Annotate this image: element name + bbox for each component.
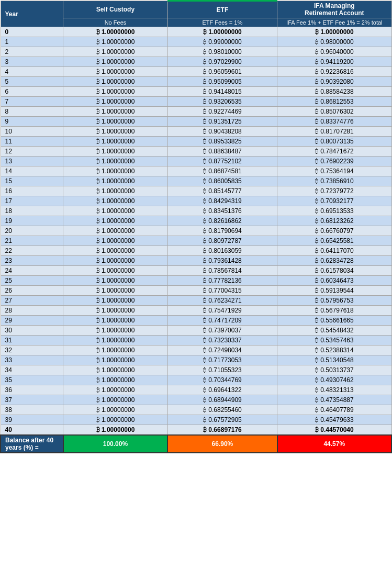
cell-year: 8 <box>1 107 63 117</box>
cell-year: 38 <box>1 405 63 415</box>
subheader-etf: ETF Fees = 1% <box>167 18 277 27</box>
cell-etf: ₿ 0.83451376 <box>167 206 277 216</box>
cell-ifa: ₿ 0.90392080 <box>277 77 391 87</box>
table-row: 20₿ 1.00000000₿ 0.81790694₿ 0.66760797 <box>1 226 391 236</box>
cell-ifa: ₿ 0.85076302 <box>277 107 391 117</box>
cell-etf: ₿ 0.99000000 <box>167 37 277 47</box>
cell-ifa: ₿ 0.96040000 <box>277 47 391 57</box>
cell-self: ₿ 1.00000000 <box>63 216 167 226</box>
table-row: 32₿ 1.00000000₿ 0.72498034₿ 0.52388314 <box>1 345 391 355</box>
cell-year: 5 <box>1 77 63 87</box>
cell-self: ₿ 1.00000000 <box>63 176 167 186</box>
cell-self: ₿ 1.00000000 <box>63 415 167 425</box>
cell-self: ₿ 1.00000000 <box>63 405 167 415</box>
cell-etf: ₿ 0.96059601 <box>167 67 277 77</box>
cell-year: 24 <box>1 266 63 276</box>
cell-ifa: ₿ 0.57956753 <box>277 296 391 306</box>
table-row: 30₿ 1.00000000₿ 0.73970037₿ 0.54548432 <box>1 326 391 336</box>
cell-year: 35 <box>1 375 63 385</box>
cell-etf: ₿ 0.86005835 <box>167 176 277 186</box>
table-row: 4₿ 1.00000000₿ 0.96059601₿ 0.92236816 <box>1 67 391 77</box>
cell-etf: ₿ 0.68944909 <box>167 395 277 405</box>
footer-label: Balance after 40 years (%) = <box>1 435 63 453</box>
table-row: 6₿ 1.00000000₿ 0.94148015₿ 0.88584238 <box>1 87 391 97</box>
cell-year: 40 <box>1 425 63 436</box>
cell-year: 16 <box>1 186 63 196</box>
table-row: 25₿ 1.00000000₿ 0.77782136₿ 0.60346473 <box>1 276 391 286</box>
cell-year: 13 <box>1 157 63 166</box>
cell-etf: ₿ 0.82616862 <box>167 216 277 226</box>
cell-ifa: ₿ 0.83374776 <box>277 117 391 127</box>
table-row: 5₿ 1.00000000₿ 0.95099005₿ 0.90392080 <box>1 77 391 87</box>
cell-self: ₿ 1.00000000 <box>63 256 167 266</box>
table-row: 3₿ 1.00000000₿ 0.97029900₿ 0.94119200 <box>1 57 391 67</box>
cell-etf: ₿ 0.70344769 <box>167 375 277 385</box>
cell-ifa: ₿ 0.94119200 <box>277 57 391 67</box>
cell-ifa: ₿ 0.54548432 <box>277 326 391 336</box>
cell-year: 2 <box>1 47 63 57</box>
cell-etf: ₿ 0.80972787 <box>167 236 277 246</box>
cell-year: 6 <box>1 87 63 97</box>
cell-self: ₿ 1.00000000 <box>63 27 167 37</box>
cell-self: ₿ 1.00000000 <box>63 107 167 117</box>
table-row: 34₿ 1.00000000₿ 0.71055323₿ 0.50313737 <box>1 365 391 375</box>
cell-year: 37 <box>1 395 63 405</box>
cell-ifa: ₿ 0.52388314 <box>277 345 391 355</box>
cell-ifa: ₿ 0.65425581 <box>277 236 391 246</box>
table-row: 36₿ 1.00000000₿ 0.69641322₿ 0.48321313 <box>1 385 391 395</box>
cell-self: ₿ 1.00000000 <box>63 67 167 77</box>
cell-etf: ₿ 0.73970037 <box>167 326 277 336</box>
cell-etf: ₿ 0.91351725 <box>167 117 277 127</box>
table-row: 38₿ 1.00000000₿ 0.68255460₿ 0.46407789 <box>1 405 391 415</box>
cell-etf: ₿ 0.72498034 <box>167 345 277 355</box>
cell-self: ₿ 1.00000000 <box>63 37 167 47</box>
cell-ifa: ₿ 0.51340548 <box>277 355 391 365</box>
header-etf: ETF <box>167 1 277 18</box>
cell-etf: ₿ 0.79361428 <box>167 256 277 266</box>
cell-ifa: ₿ 0.80073135 <box>277 137 391 147</box>
cell-year: 18 <box>1 206 63 216</box>
table-row: 40₿ 1.00000000₿ 0.66897176₿ 0.44570040 <box>1 425 391 436</box>
cell-etf: ₿ 0.86874581 <box>167 166 277 176</box>
cell-ifa: ₿ 0.86812553 <box>277 97 391 107</box>
cell-etf: ₿ 0.84294319 <box>167 196 277 206</box>
cell-etf: ₿ 0.71055323 <box>167 365 277 375</box>
table-row: 33₿ 1.00000000₿ 0.71773053₿ 0.51340548 <box>1 355 391 365</box>
cell-ifa: ₿ 0.48321313 <box>277 385 391 395</box>
cell-self: ₿ 1.00000000 <box>63 117 167 127</box>
table-row: 15₿ 1.00000000₿ 0.86005835₿ 0.73856910 <box>1 176 391 186</box>
table-row: 12₿ 1.00000000₿ 0.88638487₿ 0.78471672 <box>1 147 391 157</box>
table-row: 18₿ 1.00000000₿ 0.83451376₿ 0.69513533 <box>1 206 391 216</box>
cell-year: 23 <box>1 256 63 266</box>
cell-etf: ₿ 0.67572905 <box>167 415 277 425</box>
subheader-self: No Fees <box>63 18 167 27</box>
cell-ifa: ₿ 0.92236816 <box>277 67 391 77</box>
cell-self: ₿ 1.00000000 <box>63 137 167 147</box>
table-row: 13₿ 1.00000000₿ 0.87752102₿ 0.76902239 <box>1 157 391 166</box>
cell-year: 7 <box>1 97 63 107</box>
table-body: 0₿ 1.00000000₿ 1.00000000₿ 1.000000001₿ … <box>1 27 391 436</box>
table-row: 7₿ 1.00000000₿ 0.93206535₿ 0.86812553 <box>1 97 391 107</box>
cell-year: 34 <box>1 365 63 375</box>
cell-ifa: ₿ 0.64117070 <box>277 246 391 256</box>
footer-row: Balance after 40 years (%) = 100.00% 66.… <box>1 435 391 453</box>
header-year: Year <box>1 1 63 27</box>
cell-year: 26 <box>1 286 63 296</box>
cell-etf: ₿ 0.92274469 <box>167 107 277 117</box>
cell-self: ₿ 1.00000000 <box>63 226 167 236</box>
table-row: 27₿ 1.00000000₿ 0.76234271₿ 0.57956753 <box>1 296 391 306</box>
cell-etf: ₿ 0.75471929 <box>167 306 277 316</box>
cell-self: ₿ 1.00000000 <box>63 286 167 296</box>
cell-year: 36 <box>1 385 63 395</box>
table-row: 26₿ 1.00000000₿ 0.77004315₿ 0.59139544 <box>1 286 391 296</box>
cell-self: ₿ 1.00000000 <box>63 186 167 196</box>
table-row: 24₿ 1.00000000₿ 0.78567814₿ 0.61578034 <box>1 266 391 276</box>
table-row: 2₿ 1.00000000₿ 0.98010000₿ 0.96040000 <box>1 47 391 57</box>
cell-ifa: ₿ 0.47354887 <box>277 395 391 405</box>
header-row-top: Year Self Custody ETF IFA Managing Retir… <box>1 1 391 18</box>
table-row: 17₿ 1.00000000₿ 0.84294319₿ 0.70932177 <box>1 196 391 206</box>
table-row: 37₿ 1.00000000₿ 0.68944909₿ 0.47354887 <box>1 395 391 405</box>
cell-self: ₿ 1.00000000 <box>63 77 167 87</box>
cell-etf: ₿ 0.69641322 <box>167 385 277 395</box>
cell-self: ₿ 1.00000000 <box>63 306 167 316</box>
